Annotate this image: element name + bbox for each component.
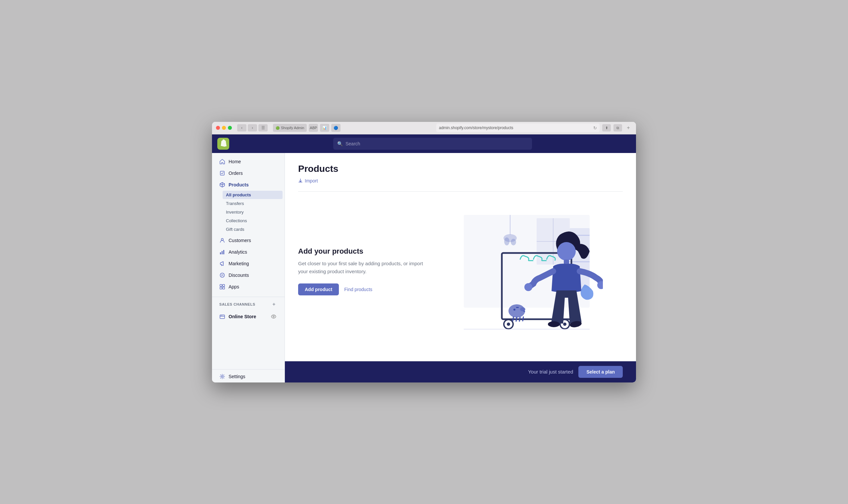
sidebar-item-customers[interactable]: Customers <box>214 235 283 246</box>
import-link[interactable]: Import <box>298 178 623 183</box>
customers-icon <box>219 237 225 244</box>
nav-forward-button[interactable]: › <box>248 124 257 131</box>
browser-dots <box>216 126 232 130</box>
import-label: Import <box>305 178 318 183</box>
svg-point-45 <box>557 242 576 260</box>
app-container: 🔍 Search Home <box>212 134 636 382</box>
sidebar-item-products-label: Products <box>229 182 249 187</box>
find-products-link[interactable]: Find products <box>344 287 372 292</box>
sidebar-item-online-store[interactable]: Online Store <box>214 311 283 323</box>
empty-state-description: Get closer to your first sale by adding … <box>298 259 424 275</box>
sidebar-item-customers-label: Customers <box>229 238 251 243</box>
eye-icon-button[interactable] <box>270 313 277 320</box>
sidebar-item-home-label: Home <box>229 159 241 164</box>
sidebar-bottom-section: Settings <box>212 363 285 382</box>
home-icon <box>219 159 225 165</box>
sidebar-sub-item-all-products[interactable]: All products <box>223 191 283 199</box>
sidebar-item-discounts[interactable]: Discounts <box>214 270 283 281</box>
svg-point-7 <box>223 275 224 276</box>
sidebar-section-main: Home Orders <box>212 153 285 295</box>
ext-btn-3[interactable]: 🔵 <box>331 124 340 132</box>
empty-state-content: Add your products Get closer to your fir… <box>298 192 424 351</box>
sidebar-divider-2 <box>212 369 285 370</box>
svg-rect-3 <box>222 251 223 254</box>
sales-channels-label: SALES CHANNELS <box>219 302 255 306</box>
sidebar-item-orders-label: Orders <box>229 170 243 176</box>
new-tab-button[interactable]: + <box>625 124 632 131</box>
sidebar-sub-item-inventory[interactable]: Inventory <box>223 208 283 216</box>
browser-titlebar: ‹ › ☰ 🟢 Shopify Admin ABP 📊 🔵 admin.shop… <box>212 122 636 134</box>
svg-point-14 <box>222 315 222 316</box>
empty-state-actions: Add product Find products <box>298 284 424 295</box>
add-product-button[interactable]: Add product <box>298 284 339 295</box>
browser-window: ‹ › ☰ 🟢 Shopify Admin ABP 📊 🔵 admin.shop… <box>212 122 636 382</box>
search-icon: 🔍 <box>337 141 343 146</box>
top-nav: 🔍 Search <box>212 134 636 153</box>
sidebar-item-marketing[interactable]: Marketing <box>214 258 283 269</box>
sidebar-item-analytics[interactable]: Analytics <box>214 246 283 258</box>
sidebar-toggle-button[interactable]: ☰ <box>258 124 268 131</box>
discounts-icon <box>219 272 225 278</box>
svg-point-16 <box>222 376 223 377</box>
search-placeholder: Search <box>346 141 528 146</box>
svg-rect-12 <box>220 315 225 319</box>
marketing-icon <box>219 260 225 267</box>
product-illustration <box>444 202 603 341</box>
orders-icon <box>219 170 225 176</box>
main-layout: Home Orders <box>212 153 636 382</box>
nav-back-button[interactable]: ‹ <box>237 124 246 131</box>
sidebar-sub-item-gift-cards[interactable]: Gift cards <box>223 225 283 233</box>
maximize-button[interactable] <box>228 126 232 130</box>
svg-rect-11 <box>223 287 225 289</box>
sidebar-sub-item-transfers[interactable]: Transfers <box>223 199 283 208</box>
empty-state-wrapper: Add your products Get closer to your fir… <box>298 192 623 351</box>
sidebar-item-apps-label: Apps <box>229 284 239 289</box>
search-bar[interactable]: 🔍 Search <box>333 138 532 150</box>
add-channel-button[interactable]: + <box>271 301 277 308</box>
online-store-label: Online Store <box>229 314 267 319</box>
sidebar-item-settings[interactable]: Settings <box>214 371 283 382</box>
svg-point-1 <box>221 238 223 240</box>
sidebar-divider-1 <box>212 297 285 297</box>
import-icon <box>298 179 303 183</box>
svg-point-15 <box>273 316 274 317</box>
shopify-logo <box>217 138 229 150</box>
address-text: admin.shopify.com/store/mystore/products <box>439 126 513 130</box>
svg-line-41 <box>513 317 513 321</box>
sidebar-sub-item-collections[interactable]: Collections <box>223 217 283 225</box>
address-bar[interactable]: admin.shopify.com/store/mystore/products… <box>436 124 600 132</box>
products-icon <box>219 182 225 188</box>
illustration-area <box>424 192 623 351</box>
main-content: Products Import Add your products Get cl… <box>285 153 636 382</box>
sidebar-item-orders[interactable]: Orders <box>214 167 283 179</box>
share-button[interactable]: ⬆ <box>602 124 611 131</box>
page-title: Products <box>298 164 623 174</box>
tab-manager-button[interactable]: ⧉ <box>614 124 622 131</box>
sidebar-item-home[interactable]: Home <box>214 156 283 167</box>
empty-state-title: Add your products <box>298 247 424 256</box>
svg-line-44 <box>523 317 523 321</box>
sidebar-item-marketing-label: Marketing <box>229 261 249 266</box>
sidebar-item-apps[interactable]: Apps <box>214 281 283 292</box>
svg-point-21 <box>511 239 516 245</box>
browser-actions: ⬆ ⧉ + <box>602 124 632 131</box>
svg-point-47 <box>524 283 532 291</box>
select-plan-button[interactable]: Select a plan <box>578 366 623 378</box>
sidebar-sub-items-products: All products Transfers Inventory Collect… <box>223 191 285 233</box>
sidebar-item-discounts-label: Discounts <box>229 272 249 278</box>
browser-tab[interactable]: 🟢 Shopify Admin <box>273 124 307 132</box>
ext-btn-2[interactable]: 📊 <box>320 124 329 132</box>
refresh-icon[interactable]: ↻ <box>593 126 597 130</box>
sales-channels-header: SALES CHANNELS + <box>214 299 283 310</box>
svg-point-35 <box>507 323 510 326</box>
minimize-button[interactable] <box>222 126 226 130</box>
svg-point-39 <box>513 309 515 311</box>
svg-point-13 <box>220 315 221 316</box>
sidebar-item-settings-label: Settings <box>229 374 245 379</box>
sidebar: Home Orders <box>212 153 285 382</box>
online-store-icon <box>219 313 225 320</box>
ext-btn-1[interactable]: ABP <box>309 124 318 132</box>
sidebar-item-products[interactable]: Products <box>214 179 283 191</box>
close-button[interactable] <box>216 126 220 130</box>
svg-line-43 <box>519 317 520 321</box>
